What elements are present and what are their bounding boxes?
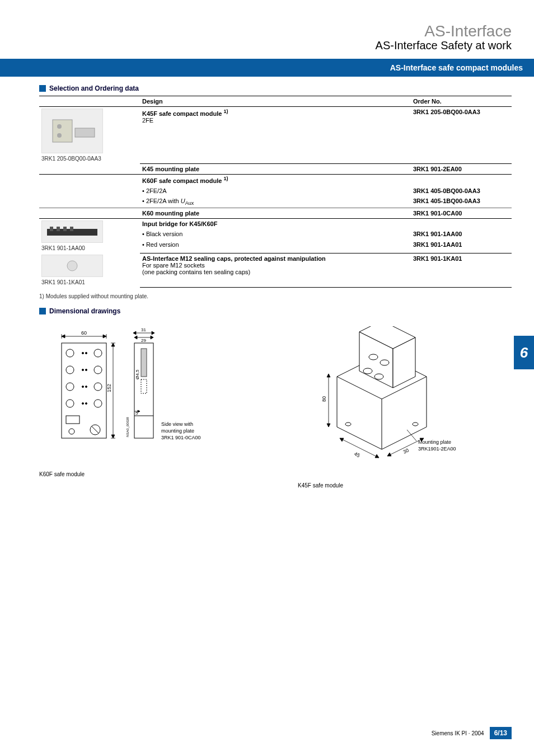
dim-29: 29 [141, 338, 146, 343]
table-row: 3RK1 901-1KA01 AS-Interface M12 sealing … [39, 253, 512, 283]
table-row: K60F safe compact module 1) [39, 174, 512, 186]
order-no: 3RK1 901-0CA00 [411, 208, 512, 219]
section-ordering-label: Selection and Ordering data [49, 84, 139, 92]
row-sub: 2FE [142, 117, 153, 124]
table-row: 3RK1 901-1AA00 Input bridge for K45/K60F [39, 219, 512, 229]
table-row: • 2FE/2A 3RK1 405-0BQ00-0AA3 [39, 186, 512, 196]
footnote: 1) Modules supplied without mounting pla… [39, 293, 512, 299]
header-bar: AS-Interface safe compact modules [0, 59, 534, 77]
section-drawings-label: Dimensional drawings [49, 307, 120, 315]
svg-marker-50 [151, 336, 153, 339]
svg-point-15 [66, 383, 74, 391]
table-head-design: Design [140, 96, 411, 107]
svg-point-9 [67, 261, 77, 271]
svg-point-18 [94, 400, 102, 407]
product-image [41, 255, 103, 277]
svg-point-19 [82, 352, 84, 354]
order-no: 3RK1 901-1KA01 [411, 253, 512, 283]
svg-point-16 [94, 383, 102, 391]
svg-marker-47 [152, 331, 154, 335]
order-no: 3RK1 901-2EA00 [411, 163, 512, 174]
svg-point-24 [86, 386, 87, 387]
table-head-empty [39, 96, 140, 107]
drawing-code: NSA0_00028 [126, 416, 129, 436]
svg-rect-27 [66, 416, 79, 424]
svg-point-1 [57, 124, 62, 129]
row-title: K60 mounting plate [142, 210, 199, 217]
svg-marker-34 [62, 335, 65, 338]
svg-rect-5 [50, 227, 53, 231]
row-sup: 1) [224, 176, 228, 182]
svg-marker-52 [138, 410, 140, 412]
row-title: Input bridge for K45/K60F [142, 220, 217, 227]
product-image [41, 220, 103, 243]
order-no: 3RK1 405-1BQ00-0AA3 [411, 196, 512, 208]
footer-page: 6/13 [490, 727, 512, 739]
svg-point-22 [86, 369, 87, 370]
svg-marker-67 [327, 374, 330, 377]
svg-marker-35 [103, 335, 106, 338]
dim-30: 30 [402, 447, 409, 454]
svg-marker-46 [133, 331, 136, 335]
svg-point-28 [69, 429, 74, 434]
svg-rect-43 [141, 379, 147, 393]
svg-point-65 [413, 422, 418, 426]
section-ordering-head: Selection and Ordering data [39, 84, 512, 92]
row-bullet-u: U [181, 198, 185, 204]
side-tab: 6 [514, 336, 534, 369]
drawing-side-text: mounting plate [161, 428, 194, 434]
svg-line-54 [337, 377, 382, 399]
section-drawings-head: Dimensional drawings [39, 307, 512, 315]
drawing-k60f: 60 152 [39, 326, 253, 489]
svg-point-26 [86, 402, 87, 404]
svg-line-30 [92, 426, 99, 433]
svg-point-21 [82, 369, 84, 370]
drawing-side-text: 3RK1 901-0CA00 [161, 435, 201, 440]
svg-rect-6 [57, 227, 60, 231]
drawing-side-text: Side view with [161, 421, 193, 427]
drawing-caption: K60F safe module [39, 471, 253, 477]
row-title: K45F safe compact module [142, 110, 224, 117]
table-row: 3RK1 205-0BQ00-0AA3 K45F safe compact mo… [39, 107, 512, 154]
dim-60: 60 [81, 330, 87, 336]
drawing-k45f: 80 45 30 Mounting plate 3RK1901-2EA00 [298, 326, 512, 489]
drawing-caption: K45F safe module [298, 482, 512, 489]
table-head-order: Order No. [411, 96, 512, 107]
product-image-caption: 3RK1 901-1KA01 [41, 279, 138, 285]
svg-rect-7 [63, 227, 67, 231]
svg-rect-42 [141, 349, 147, 377]
row-bullet-aux: Aux [185, 200, 194, 206]
order-no: 3RK1 405-0BQ00-0AA3 [411, 186, 512, 196]
table-row: K45 mounting plate 3RK1 901-2EA00 [39, 163, 512, 174]
svg-rect-3 [75, 128, 95, 137]
row-line: (one packing contains ten sealing caps) [142, 269, 250, 275]
svg-point-25 [82, 402, 84, 404]
svg-rect-0 [53, 120, 72, 142]
dim-45: 45 [353, 451, 360, 458]
drawing-right-text: 3RK1901-2EA00 [418, 446, 456, 452]
product-image-caption: 3RK1 205-0BQ00-0AA3 [41, 156, 138, 162]
svg-point-2 [57, 133, 62, 138]
svg-marker-49 [134, 336, 137, 339]
svg-point-14 [94, 366, 102, 374]
product-image [41, 109, 103, 153]
page-title-sub: AS-Interface Safety at work [0, 39, 512, 52]
order-no: 3RK1 205-0BQ00-0AA3 [411, 107, 512, 154]
svg-marker-68 [327, 424, 330, 427]
dim-152: 152 [106, 384, 112, 392]
table-row: • 2FE/2A with UAux 3RK1 405-1BQ00-0AA3 [39, 196, 512, 208]
order-no: 3RK1 901-1AA00 [411, 229, 512, 239]
svg-line-75 [407, 430, 416, 441]
product-image-caption: 3RK1 901-1AA00 [41, 245, 138, 251]
svg-point-12 [94, 349, 102, 357]
svg-point-17 [66, 400, 74, 407]
svg-point-64 [345, 422, 351, 426]
row-sup: 1) [224, 109, 228, 114]
ordering-table: Design Order No. 3RK1 205-0BQ00-0A [39, 96, 512, 288]
page-footer: Siemens IK PI · 2004 6/13 [432, 727, 512, 739]
svg-point-20 [86, 352, 87, 354]
svg-point-23 [82, 386, 84, 387]
svg-point-11 [66, 349, 74, 357]
row-title: AS-Interface M12 sealing caps, protected… [142, 255, 326, 262]
drawing-right-text: Mounting plate [418, 439, 451, 445]
